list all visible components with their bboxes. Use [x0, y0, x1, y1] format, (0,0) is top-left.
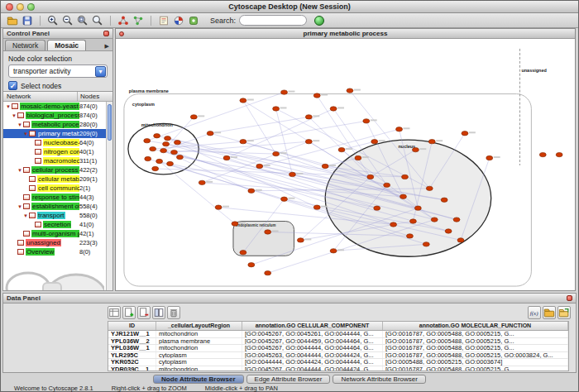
network-node[interactable] — [402, 174, 409, 179]
network-node[interactable] — [384, 183, 390, 187]
network-node[interactable] — [171, 150, 178, 154]
network-node[interactable] — [313, 205, 320, 209]
create-attribute-button[interactable] — [122, 306, 136, 319]
network-node[interactable] — [305, 115, 312, 119]
tree-scrollbar-thumb[interactable] — [108, 104, 112, 141]
table-cell[interactable]: [GO:0045267, GO:0044444, GO:0044424, G..… — [242, 366, 383, 371]
expand-arrow-icon[interactable]: ▼ — [22, 213, 29, 218]
save-session-button[interactable] — [21, 14, 34, 26]
tree-item[interactable]: ▼primary metabolic ...209(0) — [3, 129, 106, 138]
table-cell[interactable]: YPL036W__1 — [108, 345, 156, 351]
network-node[interactable] — [207, 131, 213, 136]
network-node[interactable] — [150, 146, 156, 151]
expand-arrow-icon[interactable]: ▼ — [5, 104, 12, 109]
column-layout-button[interactable] — [152, 306, 165, 319]
tree-item[interactable]: multi-organism p...42(1) — [3, 229, 106, 238]
network-node[interactable] — [431, 218, 438, 222]
network-node[interactable] — [297, 238, 304, 242]
table-cell[interactable]: cytoplasm — [156, 359, 242, 366]
network-node[interactable] — [248, 263, 255, 267]
zoom-in-button[interactable] — [46, 14, 60, 26]
network-node[interactable] — [223, 155, 230, 160]
network-node[interactable] — [539, 152, 546, 156]
table-cell[interactable]: mitochondrion — [156, 366, 242, 371]
network-node[interactable] — [367, 174, 374, 179]
table-cell[interactable]: YLR295C — [108, 352, 156, 359]
tree-item[interactable]: secretion41(0) — [3, 220, 106, 229]
table-cell[interactable]: [GO:0044444, GO:0044424, GO:0044444, G..… — [242, 359, 383, 366]
network-node[interactable] — [347, 88, 353, 93]
network-node[interactable] — [462, 131, 468, 136]
network-node[interactable] — [355, 155, 361, 160]
network-node[interactable] — [240, 98, 246, 103]
table-cell[interactable]: [GO:0045267, GO:0045261, GO:0044444, G..… — [242, 331, 383, 337]
new-network-button[interactable] — [132, 14, 145, 26]
tree-item[interactable]: ▼establishment of...558(4) — [3, 202, 106, 211]
network-node[interactable] — [428, 140, 435, 144]
tree-item[interactable]: macromolecule ...311(1) — [3, 156, 106, 165]
folder-open-button[interactable] — [557, 306, 571, 319]
network-node[interactable] — [338, 147, 345, 151]
table-cell[interactable]: plasma membrane — [156, 338, 242, 345]
network-node[interactable] — [441, 198, 447, 202]
tree-item[interactable]: nucleobase-cont...64(0) — [3, 138, 106, 147]
table-cell[interactable]: [GO:0045267, GO:0044459, GO:0044464, G..… — [242, 338, 383, 345]
zoom-out-button[interactable] — [61, 14, 74, 26]
tab-network-attribute-browser[interactable]: Network Attribute Browser — [333, 375, 425, 384]
table-cell[interactable]: YPL036W__2 — [108, 338, 156, 345]
table-cell[interactable]: mitochondrion — [156, 331, 242, 337]
tree-item[interactable]: ▼cellular process422(2) — [3, 165, 106, 174]
network-node[interactable] — [240, 251, 246, 255]
folder-button[interactable] — [543, 306, 556, 319]
table-cell[interactable]: [GO:0016787, GO:0005488, GO:0005215, G..… — [383, 338, 568, 345]
float-panel-icon[interactable] — [567, 295, 572, 301]
tree-item[interactable]: unassigned223(3) — [3, 238, 106, 247]
network-node[interactable] — [374, 206, 380, 210]
network-node[interactable] — [167, 161, 174, 165]
tab-edge-attribute-browser[interactable]: Edge Attribute Browser — [246, 375, 331, 384]
expand-arrow-icon[interactable]: ▼ — [17, 122, 23, 127]
expand-arrow-icon[interactable]: ▼ — [22, 131, 29, 136]
expand-arrow-icon[interactable]: ▼ — [11, 113, 17, 118]
network-node[interactable] — [154, 134, 160, 138]
network-node[interactable] — [160, 148, 167, 152]
tab-scroll-right-icon[interactable]: ▶ — [102, 43, 112, 50]
network-node[interactable] — [176, 155, 183, 159]
delete-attribute-button[interactable] — [137, 306, 151, 319]
network-node[interactable] — [232, 222, 238, 226]
function-builder-button[interactable]: f(x) — [528, 306, 541, 319]
network-node[interactable] — [486, 155, 493, 160]
table-cell[interactable]: [GO:0005488, GO:0005215, GO:0003674] — [383, 359, 568, 366]
network-node[interactable] — [265, 230, 271, 234]
table-cell[interactable]: [GO:0045267, GO:0044444, GO:0044464, G..… — [242, 345, 383, 351]
network-node[interactable] — [322, 164, 328, 168]
table-cell[interactable]: YDR039C__1 — [108, 366, 156, 371]
tab-mosaic[interactable]: Mosaic — [47, 40, 86, 50]
column-header[interactable]: _cellularLayoutRegion — [156, 322, 242, 330]
network-node[interactable] — [371, 140, 378, 144]
tab-network[interactable]: Network — [5, 40, 45, 50]
table-cell[interactable]: [GO:0016787, GO:0005488, GO:0005215, G..… — [383, 345, 568, 351]
table-cell[interactable]: mitochondrion — [156, 345, 242, 351]
network-node[interactable] — [248, 189, 255, 193]
table-cell[interactable]: [GO:0016787, GO:0005488, GO:0005215, G..… — [383, 366, 568, 371]
tree-item[interactable]: response to stim...44(3) — [3, 193, 106, 202]
network-node[interactable] — [412, 147, 419, 151]
network-node[interactable] — [240, 140, 246, 144]
tree-item[interactable]: cellular metabol...209(1) — [3, 174, 106, 184]
expand-arrow-icon[interactable]: ▼ — [17, 168, 23, 173]
tree-column-nodes[interactable]: Nodes — [78, 92, 112, 101]
network-node[interactable] — [556, 152, 562, 156]
network-node[interactable] — [163, 141, 170, 146]
tree-item[interactable]: nitrogen compou...40(1) — [3, 147, 106, 156]
network-node[interactable] — [363, 119, 370, 123]
expand-arrow-icon[interactable]: ▼ — [17, 204, 23, 209]
plugin-manager-button[interactable] — [187, 14, 200, 26]
table-cell[interactable]: cytoplasm — [156, 352, 242, 359]
table-cell[interactable]: YJR121W__1 — [108, 331, 156, 337]
zoom-fit-button[interactable] — [91, 14, 104, 26]
network-node[interactable] — [281, 197, 288, 201]
network-node[interactable] — [423, 242, 429, 246]
network-node[interactable] — [273, 107, 280, 111]
network-node[interactable] — [273, 151, 280, 155]
